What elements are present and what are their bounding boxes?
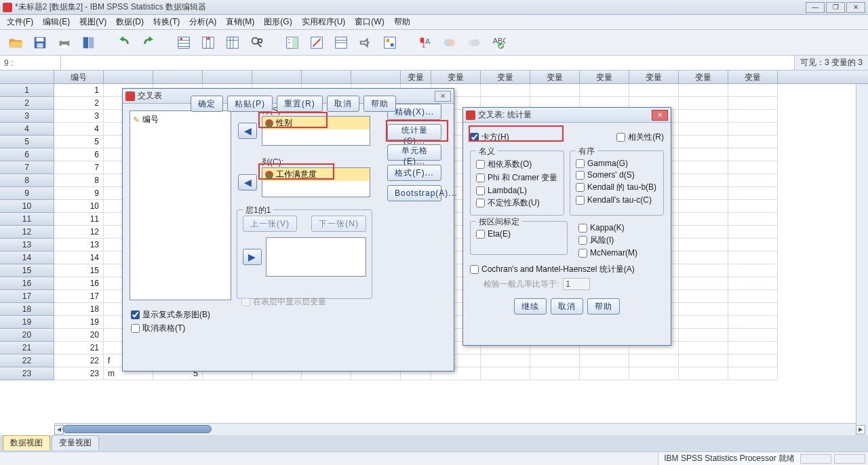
cell[interactable] — [728, 303, 778, 316]
prev-layer-button[interactable]: 上一张(V) — [243, 216, 297, 232]
cell[interactable]: 6 — [54, 148, 104, 161]
col-variable[interactable]: 工作满意度 — [276, 169, 317, 180]
cell[interactable] — [728, 110, 778, 123]
cell[interactable] — [728, 355, 778, 367]
cell[interactable]: 8 — [54, 174, 104, 187]
close-button[interactable]: ✕ — [846, 2, 865, 13]
row-header[interactable]: 6 — [0, 148, 54, 161]
tau-b-check[interactable] — [576, 183, 585, 192]
cell[interactable]: 3 — [54, 110, 104, 123]
cell[interactable] — [679, 251, 728, 264]
cell[interactable] — [679, 213, 728, 226]
cell[interactable] — [679, 161, 728, 174]
menu-data[interactable]: 数据(D) — [112, 15, 148, 29]
spellcheck-icon[interactable]: ABC — [488, 33, 509, 53]
cell[interactable] — [481, 355, 530, 367]
cell[interactable] — [629, 367, 679, 380]
eta-check[interactable] — [476, 230, 485, 239]
col-header[interactable] — [203, 70, 252, 83]
weight-cases-icon[interactable] — [307, 33, 327, 53]
row-header[interactable]: 22 — [0, 355, 54, 367]
cell[interactable] — [679, 303, 728, 316]
maximize-button[interactable]: ❐ — [826, 2, 845, 13]
cell[interactable]: 10 — [54, 200, 104, 213]
cell[interactable] — [679, 97, 728, 110]
variable-item[interactable]: 编号 — [142, 114, 159, 125]
row-header[interactable]: 18 — [0, 303, 54, 316]
cell[interactable]: 14 — [54, 251, 104, 264]
cells-button[interactable]: 单元格(E)... — [387, 144, 441, 161]
row-header[interactable]: 2 — [0, 97, 54, 110]
tau-c-check[interactable] — [576, 196, 585, 205]
cochran-check[interactable] — [470, 265, 479, 274]
tab-variable-view[interactable]: 变量视图 — [52, 435, 99, 450]
row-header[interactable]: 3 — [0, 110, 54, 123]
col-header[interactable]: 变量 — [728, 70, 778, 83]
dialog-close-button[interactable]: ✕ — [652, 110, 668, 121]
col-header[interactable]: 变量 — [629, 70, 679, 83]
phi-check[interactable] — [476, 174, 485, 182]
horizontal-scrollbar[interactable]: ◀ ▶ — [54, 423, 868, 435]
cell[interactable] — [728, 161, 778, 174]
cell[interactable] — [481, 367, 530, 380]
row-header[interactable]: 11 — [0, 213, 54, 226]
cell[interactable] — [679, 342, 728, 355]
cell[interactable]: 17 — [54, 290, 104, 303]
col-header[interactable]: 变量 — [580, 70, 629, 83]
cell[interactable] — [728, 316, 778, 329]
statistics-button[interactable]: 统计量(S)... — [387, 124, 441, 140]
gamma-check[interactable] — [576, 159, 585, 168]
cell[interactable] — [728, 226, 778, 239]
row-header[interactable]: 17 — [0, 290, 54, 303]
help-button[interactable]: 帮助 — [587, 298, 620, 315]
cell[interactable] — [679, 277, 728, 290]
menu-edit[interactable]: 编辑(E) — [39, 15, 74, 29]
row-header[interactable]: 9 — [0, 187, 54, 200]
cell[interactable] — [728, 148, 778, 161]
cell[interactable] — [679, 329, 728, 342]
row-header[interactable]: 19 — [0, 316, 54, 329]
cell[interactable] — [580, 367, 629, 380]
move-to-layer-button[interactable]: ▶ — [243, 249, 262, 265]
cell[interactable] — [530, 367, 580, 380]
cell[interactable] — [679, 367, 728, 380]
kappa-check[interactable] — [578, 224, 587, 232]
col-list[interactable]: 工作满意度 — [262, 167, 370, 197]
row-variable[interactable]: 性别 — [276, 117, 292, 129]
menu-help[interactable]: 帮助 — [390, 15, 414, 29]
cell[interactable] — [728, 367, 778, 380]
cell[interactable] — [728, 84, 778, 97]
cc-check[interactable] — [476, 160, 485, 169]
row-header[interactable]: 7 — [0, 161, 54, 174]
col-header[interactable] — [302, 70, 351, 83]
undo-icon[interactable] — [114, 33, 134, 53]
cell[interactable] — [629, 84, 679, 97]
menu-file[interactable]: 文件(F) — [3, 15, 37, 29]
suppress-tables-check[interactable] — [131, 324, 140, 333]
dialog-close-button[interactable]: ✕ — [435, 91, 451, 102]
uncertainty-check[interactable] — [476, 199, 485, 207]
menu-view[interactable]: 视图(V) — [75, 15, 111, 29]
cell[interactable] — [530, 84, 580, 97]
open-icon[interactable] — [5, 33, 26, 53]
paste-button[interactable]: 粘贴(P) — [227, 96, 273, 112]
use-sets-icon[interactable] — [380, 33, 400, 53]
menu-transform[interactable]: 转换(T) — [149, 15, 184, 29]
source-variable-list[interactable]: ✎ 编号 — [130, 110, 231, 300]
cell[interactable]: 20 — [54, 329, 104, 342]
cell[interactable] — [679, 110, 728, 123]
cell[interactable] — [679, 187, 728, 200]
menu-window[interactable]: 窗口(W) — [351, 15, 388, 29]
mcnemar-check[interactable] — [578, 249, 587, 258]
layer-list[interactable] — [266, 237, 366, 277]
help-button[interactable]: 帮助 — [363, 96, 396, 112]
cell[interactable] — [679, 290, 728, 303]
row-header[interactable]: 8 — [0, 174, 54, 187]
cell[interactable] — [679, 148, 728, 161]
chi-square-check[interactable] — [470, 133, 479, 142]
cell[interactable]: 22 — [54, 355, 104, 367]
recall-dialog-icon[interactable] — [79, 33, 99, 53]
risk-check[interactable] — [578, 236, 587, 245]
cell[interactable] — [728, 277, 778, 290]
cancel-button[interactable]: 取消 — [327, 96, 359, 112]
